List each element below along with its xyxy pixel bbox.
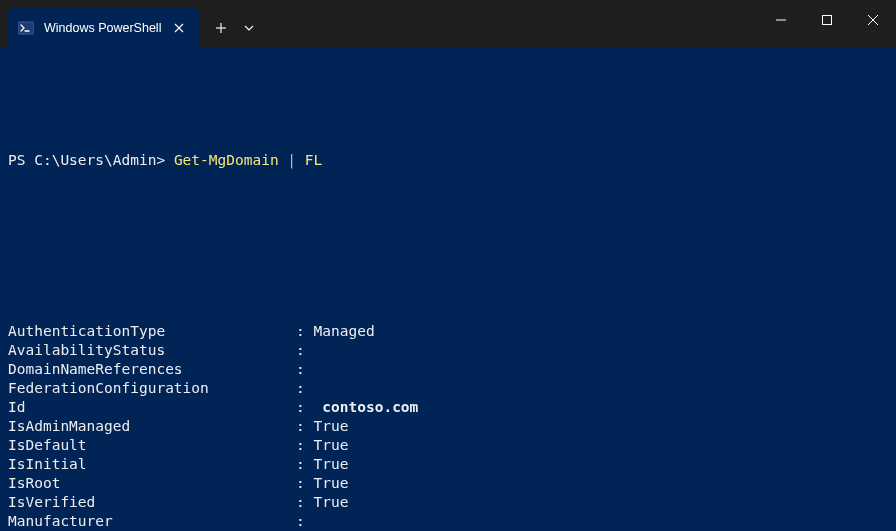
property-value: True <box>314 455 349 474</box>
maximize-button[interactable] <box>804 0 850 40</box>
property-key: AvailabilityStatus <box>8 341 296 360</box>
property-value: True <box>314 436 349 455</box>
output-line: Manufacturer : <box>8 512 888 531</box>
title-bar: Windows PowerShell <box>0 0 896 48</box>
property-value: True <box>314 474 349 493</box>
prompt-prefix: PS C:\Users\Admin> <box>8 151 174 170</box>
blank-line <box>8 208 888 227</box>
prompt-line: PS C:\Users\Admin> Get-MgDomain | FL <box>8 151 888 170</box>
property-separator: : <box>296 398 313 417</box>
property-key: IsRoot <box>8 474 296 493</box>
property-separator: : <box>296 474 313 493</box>
tab-strip: Windows PowerShell <box>0 0 261 48</box>
property-separator: : <box>296 341 313 360</box>
property-key: AuthenticationType <box>8 322 296 341</box>
property-key: IsAdminManaged <box>8 417 296 436</box>
output-block: AuthenticationType : ManagedAvailability… <box>8 322 888 531</box>
property-key: IsVerified <box>8 493 296 512</box>
output-line: IsInitial : True <box>8 455 888 474</box>
tab-title: Windows PowerShell <box>44 21 161 35</box>
tab-dropdown-button[interactable] <box>237 12 261 44</box>
close-window-button[interactable] <box>850 0 896 40</box>
svg-rect-0 <box>18 22 34 34</box>
output-line: FederationConfiguration : <box>8 379 888 398</box>
property-separator: : <box>296 417 313 436</box>
property-separator: : <box>296 379 313 398</box>
property-value: True <box>314 417 349 436</box>
window-controls <box>758 0 896 40</box>
output-line: AvailabilityStatus : <box>8 341 888 360</box>
output-line: DomainNameReferences : <box>8 360 888 379</box>
property-key: FederationConfiguration <box>8 379 296 398</box>
property-separator: : <box>296 455 313 474</box>
blank-line <box>8 94 888 113</box>
minimize-button[interactable] <box>758 0 804 40</box>
output-line: AuthenticationType : Managed <box>8 322 888 341</box>
output-line: IsVerified : True <box>8 493 888 512</box>
command-primary: Get-MgDomain <box>174 151 279 170</box>
blank-line <box>8 265 888 284</box>
terminal-content[interactable]: PS C:\Users\Admin> Get-MgDomain | FL Aut… <box>0 48 896 531</box>
command-secondary: FL <box>305 151 322 170</box>
property-key: Manufacturer <box>8 512 296 531</box>
output-line: IsDefault : True <box>8 436 888 455</box>
property-separator: : <box>296 322 313 341</box>
property-separator: : <box>296 493 313 512</box>
property-separator: : <box>296 512 313 531</box>
property-value: contoso.com <box>314 398 419 417</box>
command-pipe: | <box>279 151 305 170</box>
property-key: IsInitial <box>8 455 296 474</box>
tab-close-button[interactable] <box>171 20 187 36</box>
property-key: DomainNameReferences <box>8 360 296 379</box>
property-separator: : <box>296 360 313 379</box>
tab-active[interactable]: Windows PowerShell <box>8 8 199 48</box>
svg-rect-7 <box>823 16 832 25</box>
output-line: Id : contoso.com <box>8 398 888 417</box>
powershell-icon <box>18 20 34 36</box>
property-value: Managed <box>314 322 375 341</box>
title-bar-drag-region[interactable] <box>261 0 758 48</box>
output-line: IsAdminManaged : True <box>8 417 888 436</box>
property-key: IsDefault <box>8 436 296 455</box>
property-value: True <box>314 493 349 512</box>
output-line: IsRoot : True <box>8 474 888 493</box>
property-key: Id <box>8 398 296 417</box>
new-tab-button[interactable] <box>205 12 237 44</box>
property-separator: : <box>296 436 313 455</box>
